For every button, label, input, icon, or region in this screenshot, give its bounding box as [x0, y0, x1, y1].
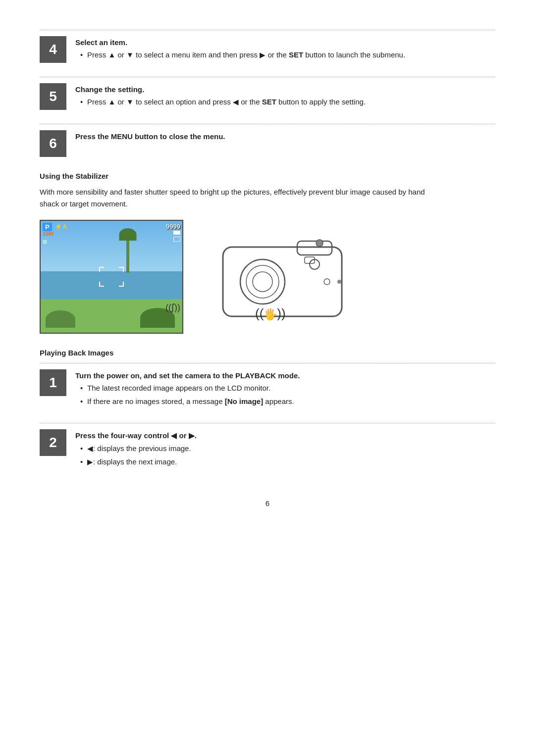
step-5-bullet-1: Press ▲ or ▼ to select an option and pre… — [80, 97, 495, 108]
lcd-water — [41, 271, 182, 300]
lcd-bush-right — [140, 308, 175, 328]
step-4-number: 4 — [40, 36, 66, 63]
svg-point-8 — [337, 280, 341, 284]
stabilizer-heading: Using the Stabilizer — [40, 172, 495, 180]
page-number: 6 — [40, 499, 495, 507]
svg-point-7 — [316, 240, 323, 247]
playback-step-1-title: Turn the power on, and set the camera to… — [75, 371, 495, 380]
svg-point-3 — [246, 265, 279, 298]
step-4-block: 4 Select an item. Press ▲ or ▼ to select… — [40, 30, 495, 63]
camera-illustration: ((🖐)) — [213, 232, 352, 321]
step-4-title: Select an item. — [75, 38, 495, 47]
palm-leaf — [119, 228, 137, 241]
playback-step-1-bullet-1: The latest recorded image appears on the… — [80, 383, 495, 394]
step-6-block: 6 Press the MENU button to close the men… — [40, 124, 495, 157]
svg-rect-1 — [297, 241, 332, 255]
illustration-area: P ⚡A 9999 10M ⊞ ((ʃ)) — [40, 220, 495, 334]
step-5-bullets: Press ▲ or ▼ to select an option and pre… — [75, 97, 495, 108]
palm-trunk — [126, 241, 129, 273]
playback-step-1-number: 1 — [40, 369, 66, 396]
step-5-title: Change the setting. — [75, 85, 495, 94]
step-5-block: 5 Change the setting. Press ▲ or ▼ to se… — [40, 77, 495, 110]
set-bold-1: SET — [289, 50, 303, 59]
lcd-screen: P ⚡A 9999 10M ⊞ ((ʃ)) — [40, 220, 183, 334]
playback-step-2-block: 2 Press the four-way control ◀ or ▶. ◀: … — [40, 423, 495, 469]
step-5-number: 5 — [40, 83, 66, 110]
svg-point-4 — [253, 272, 272, 292]
press-label-2: Press — [87, 98, 106, 106]
playback-step-1-bullets: The latest recorded image appears on the… — [75, 383, 495, 407]
stabilizer-text: With more sensibility and faster shutter… — [40, 186, 446, 210]
lcd-bush-left — [46, 310, 75, 328]
step-6-content: Press the MENU button to close the menu. — [75, 130, 495, 144]
step-4-arrow-down: ▼ — [126, 50, 136, 59]
playback-step-2-number: 2 — [40, 429, 66, 456]
playback-step-2-content: Press the four-way control ◀ or ▶. ◀: di… — [75, 429, 495, 469]
playback-heading: Playing Back Images — [40, 349, 495, 357]
step-6-title: Press the MENU button to close the menu. — [75, 132, 495, 141]
page-content: 4 Select an item. Press ▲ or ▼ to select… — [0, 0, 535, 547]
press-label: Press — [87, 50, 106, 59]
playback-step-2-title: Press the four-way control ◀ or ▶. — [75, 431, 495, 440]
step-6-number: 6 — [40, 130, 66, 157]
playback-step-1-content: Turn the power on, and set the camera to… — [75, 369, 495, 409]
step-5-content: Change the setting. Press ▲ or ▼ to sele… — [75, 83, 495, 110]
playback-step-2-bullets: ◀: displays the previous image. ▶: displ… — [75, 443, 495, 467]
step-4-arrow-right: ▶ — [260, 50, 268, 59]
set-bold-2: SET — [262, 98, 276, 106]
step-4-bullets: Press ▲ or ▼ to select a menu item and t… — [75, 50, 495, 61]
step-4-arrow-up: ▲ or — [108, 50, 127, 59]
svg-point-9 — [324, 279, 330, 285]
playback-step-1-bullet-2: If there are no images stored, a message… — [80, 396, 495, 407]
no-image-bold: [No image] — [225, 397, 264, 405]
lcd-palm — [118, 228, 138, 273]
playback-step-1-block: 1 Turn the power on, and set the camera … — [40, 363, 495, 409]
step-4-content: Select an item. Press ▲ or ▼ to select a… — [75, 36, 495, 63]
svg-point-2 — [240, 259, 285, 304]
playback-step-2-bullet-2: ▶: displays the next image. — [80, 456, 495, 468]
step-4-bullet-1: Press ▲ or ▼ to select a menu item and t… — [80, 50, 495, 61]
playback-step-2-bullet-1: ◀: displays the previous image. — [80, 443, 495, 454]
vibration-symbol: ((🖐)) — [255, 306, 286, 321]
